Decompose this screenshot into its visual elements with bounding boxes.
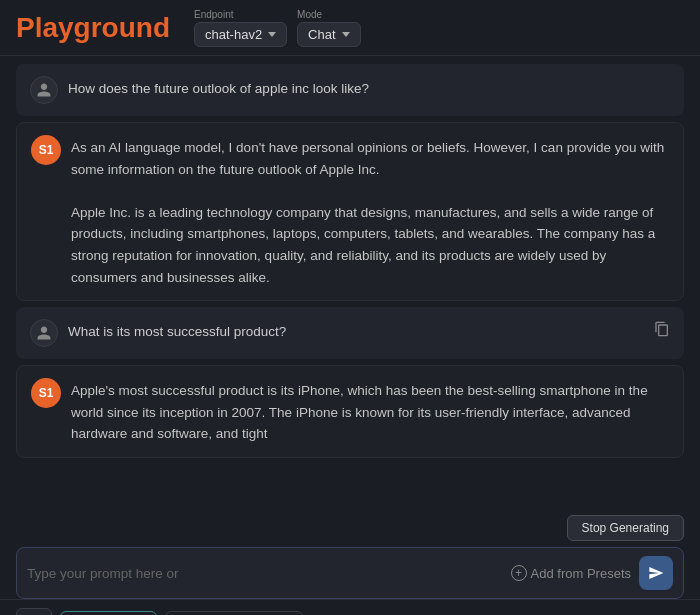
ai-message-1-text: As an AI language model, I don't have pe… (71, 135, 669, 288)
user-message-2: What is its most successful product? (16, 307, 684, 359)
user-message-1-text: How does the future outlook of apple inc… (68, 76, 670, 99)
endpoint-value: chat-hav2 (205, 27, 262, 42)
ai-avatar-2: S1 (31, 378, 61, 408)
header: Playground Endpoint chat-hav2 Mode Chat (0, 0, 700, 56)
chat-area: How does the future outlook of apple inc… (0, 56, 700, 511)
copy-icon[interactable] (654, 319, 670, 340)
mode-label: Mode (297, 9, 360, 20)
chevron-down-icon-2 (342, 32, 350, 37)
prompt-input[interactable] (27, 566, 503, 581)
mode-dropdown[interactable]: Chat (297, 22, 360, 47)
endpoint-dropdown[interactable]: chat-hav2 (194, 22, 287, 47)
footer-left: View Code Download Results (16, 608, 303, 616)
controls-group: Endpoint chat-hav2 Mode Chat (194, 9, 361, 47)
endpoint-dropdown-wrapper: Endpoint chat-hav2 (194, 9, 287, 47)
mode-value: Chat (308, 27, 335, 42)
footer: View Code Download Results Tokens Availa… (0, 599, 700, 615)
stop-generating-button[interactable]: Stop Generating (567, 515, 684, 541)
send-icon (648, 565, 664, 581)
ai-message-1: S1 As an AI language model, I don't have… (16, 122, 684, 301)
person-icon (36, 82, 52, 98)
chevron-down-icon (268, 32, 276, 37)
endpoint-label: Endpoint (194, 9, 287, 20)
user-avatar-1 (30, 76, 58, 104)
clear-button[interactable] (16, 608, 52, 616)
ai-message-2: S1 Apple's most successful product is it… (16, 365, 684, 458)
person-icon-2 (36, 325, 52, 341)
input-wrapper: + Add from Presets (16, 547, 684, 599)
app-title: Playground (16, 12, 170, 44)
send-button[interactable] (639, 556, 673, 590)
download-results-button[interactable]: Download Results (165, 611, 304, 615)
mode-dropdown-wrapper: Mode Chat (297, 9, 360, 47)
plus-icon: + (511, 565, 527, 581)
user-message-1: How does the future outlook of apple inc… (16, 64, 684, 116)
add-presets-label: Add from Presets (531, 566, 631, 581)
user-avatar-2 (30, 319, 58, 347)
user-message-2-text: What is its most successful product? (68, 319, 644, 342)
view-code-button[interactable]: View Code (60, 611, 157, 615)
stop-row: Stop Generating (0, 511, 700, 547)
ai-message-2-text: Apple's most successful product is its i… (71, 378, 669, 445)
ai-avatar-1: S1 (31, 135, 61, 165)
add-from-presets-button[interactable]: + Add from Presets (511, 565, 631, 581)
